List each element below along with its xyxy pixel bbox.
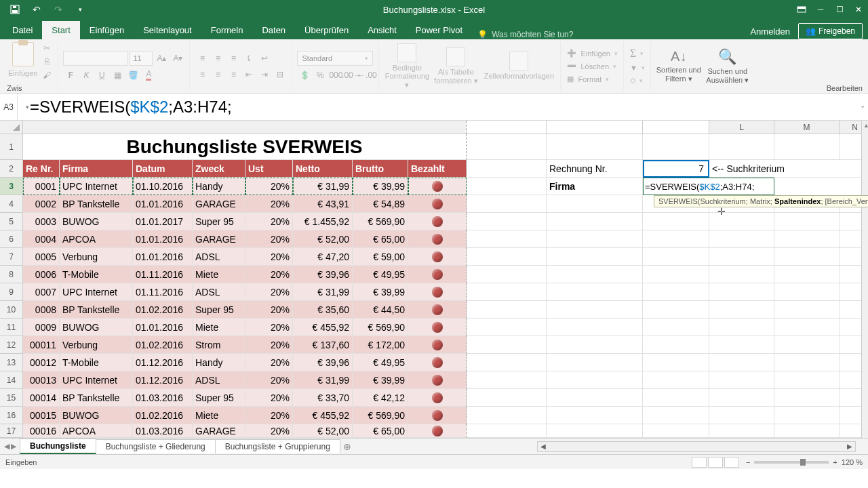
suchkriterium-label[interactable]: <-- Suchkriterium — [709, 160, 868, 178]
font-color-icon[interactable]: A — [141, 68, 156, 82]
table-cell[interactable]: 01.01.2016 — [133, 195, 193, 213]
copy-icon[interactable]: ⎘ — [40, 56, 54, 68]
table-cell[interactable]: BUWOG — [60, 319, 133, 336]
table-cell[interactable]: 01.12.2016 — [133, 354, 193, 371]
table-cell[interactable]: 00015 — [23, 407, 60, 424]
clear-button[interactable]: ◇▾ — [629, 75, 646, 85]
table-cell[interactable]: 20% — [245, 336, 293, 354]
cell-empty[interactable] — [709, 371, 774, 389]
cell-empty[interactable] — [643, 230, 709, 248]
table-cell[interactable] — [408, 213, 467, 230]
border-icon[interactable]: ▦ — [110, 68, 125, 82]
table-cell[interactable]: 01.01.2016 — [133, 319, 193, 336]
col-header-L[interactable]: L — [709, 121, 774, 134]
table-cell[interactable]: BP Tankstelle — [60, 301, 133, 319]
cell-empty[interactable] — [547, 424, 643, 438]
table-cell[interactable]: 01.02.2016 — [133, 336, 193, 354]
table-cell[interactable]: € 47,20 — [293, 248, 353, 266]
cell-empty[interactable] — [709, 266, 774, 283]
rechnung-label[interactable]: Rechnung Nr. — [547, 160, 643, 178]
table-cell[interactable]: € 39,99 — [353, 178, 408, 195]
table-cell[interactable]: € 31,99 — [293, 283, 353, 301]
row-header-10[interactable]: 10 — [0, 301, 23, 319]
table-cell[interactable]: 0007 — [23, 283, 60, 301]
table-cell[interactable]: € 455,92 — [293, 407, 353, 424]
row-header-2[interactable]: 2 — [0, 160, 23, 178]
table-cell[interactable]: GARAGE — [193, 195, 245, 213]
cell-empty[interactable] — [774, 407, 840, 424]
table-cell[interactable]: ADSL — [193, 283, 245, 301]
table-cell[interactable]: Miete — [193, 407, 245, 424]
scroll-left-icon[interactable]: ◀ — [538, 443, 549, 450]
table-cell[interactable]: 20% — [245, 248, 293, 266]
table-cell[interactable]: T-Mobile — [60, 354, 133, 371]
table-cell[interactable]: 0008 — [23, 301, 60, 319]
align-left-icon[interactable]: ≡ — [195, 68, 210, 81]
table-header-6[interactable]: Brutto — [353, 160, 408, 178]
table-cell[interactable]: GARAGE — [193, 230, 245, 248]
table-cell[interactable]: 01.02.2016 — [133, 407, 193, 424]
table-cell[interactable]: 0003 — [23, 213, 60, 230]
indent-dec-icon[interactable]: ⇤ — [241, 68, 256, 81]
align-top-icon[interactable]: ≡ — [195, 52, 210, 65]
col-header-M[interactable]: M — [774, 121, 840, 134]
cell-empty[interactable] — [467, 178, 547, 195]
sign-in-link[interactable]: Anmelden — [750, 26, 790, 37]
formula-input[interactable]: =SVERWEIS($K$2;A3:H74; — [18, 98, 232, 117]
table-cell[interactable]: GARAGE — [193, 424, 245, 438]
vertical-scrollbar[interactable]: ▲ — [861, 121, 868, 438]
firma-formula-cell[interactable]: =SVERWEIS($K$2;A3:H74; — [643, 178, 774, 195]
tab-datei[interactable]: Datei — [3, 21, 42, 39]
accounting-icon[interactable]: 💲 — [297, 68, 312, 82]
cell-empty[interactable] — [643, 213, 709, 230]
cell-empty[interactable] — [774, 424, 840, 438]
table-cell[interactable]: € 31,99 — [293, 371, 353, 389]
table-cell[interactable]: 20% — [245, 230, 293, 248]
table-cell[interactable]: € 44,50 — [353, 301, 408, 319]
rechnung-value[interactable]: 7 — [643, 160, 709, 178]
table-cell[interactable]: € 65,00 — [353, 230, 408, 248]
tab-ansicht[interactable]: Ansicht — [358, 21, 406, 39]
decrease-font-icon[interactable]: A▾ — [170, 52, 185, 65]
table-cell[interactable]: € 569,90 — [353, 319, 408, 336]
table-cell[interactable]: 0004 — [23, 230, 60, 248]
table-cell[interactable]: € 569,90 — [353, 407, 408, 424]
cell-empty[interactable] — [709, 407, 774, 424]
cell-empty[interactable] — [643, 354, 709, 371]
cell-empty[interactable] — [467, 160, 547, 178]
table-cell[interactable]: 01.10.2016 — [133, 178, 193, 195]
row-header-4[interactable]: 4 — [0, 195, 23, 213]
table-cell[interactable]: 01.12.2016 — [133, 371, 193, 389]
table-cell[interactable]: 20% — [245, 424, 293, 438]
cell-empty[interactable] — [774, 389, 840, 407]
add-sheet-button[interactable]: ⊕ — [340, 441, 354, 452]
table-cell[interactable]: 0006 — [23, 266, 60, 283]
table-cell[interactable]: € 54,89 — [353, 195, 408, 213]
tab-ueberpruefen[interactable]: Überprüfen — [295, 21, 358, 39]
table-cell[interactable]: € 172,00 — [353, 336, 408, 354]
cell-empty[interactable] — [709, 283, 774, 301]
number-format-select[interactable]: Standard▾ — [297, 51, 373, 66]
table-cell[interactable]: Super 95 — [193, 301, 245, 319]
cell-empty[interactable] — [467, 319, 547, 336]
cell-empty[interactable] — [709, 389, 774, 407]
save-icon[interactable] — [5, 1, 24, 18]
table-cell[interactable]: 20% — [245, 178, 293, 195]
table-cell[interactable]: Miete — [193, 319, 245, 336]
zoom-out-icon[interactable]: − — [746, 458, 750, 466]
cell-empty[interactable] — [547, 319, 643, 336]
row-header-16[interactable]: 16 — [0, 407, 23, 424]
cell-empty[interactable] — [547, 301, 643, 319]
table-cell[interactable]: UPC Internet — [60, 178, 133, 195]
table-header-0[interactable]: Re Nr. — [23, 160, 60, 178]
cell-empty[interactable] — [709, 134, 774, 160]
select-all-corner[interactable] — [0, 121, 23, 134]
cell-empty[interactable] — [547, 266, 643, 283]
cell-empty[interactable] — [467, 195, 547, 213]
table-cell[interactable]: Strom — [193, 336, 245, 354]
cell-empty[interactable] — [643, 283, 709, 301]
tab-powerpivot[interactable]: Power Pivot — [406, 21, 472, 39]
cell-empty[interactable] — [547, 248, 643, 266]
cell-styles-button[interactable]: Zellenformatvorlagen — [481, 42, 556, 90]
table-cell[interactable] — [408, 301, 467, 319]
